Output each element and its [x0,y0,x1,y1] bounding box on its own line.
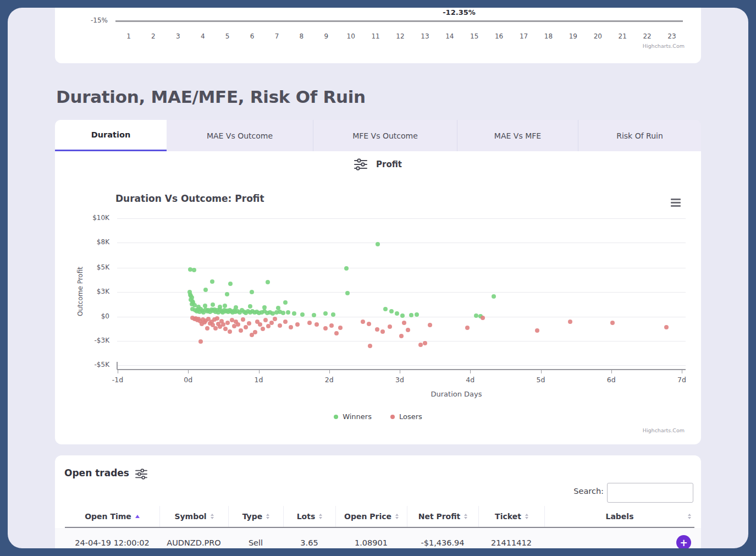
x-axis-tick-label: 23 [664,32,680,40]
column-header-lots[interactable]: Lots [283,506,335,527]
winners-point [281,311,285,315]
x-axis-line [115,20,683,22]
y-axis-tick-label: $3K [76,288,109,295]
table-cell: 24-04-19 12:00:02 [65,528,159,548]
x-axis-tick-label: 17 [516,32,532,40]
sliders-filter-icon[interactable] [354,158,367,170]
tab-mfe-vs-outcome[interactable]: MFE Vs Outcome [313,120,457,151]
x-axis-tick [400,370,400,373]
chart-filter-bar: Profit [55,158,701,170]
column-header-labels[interactable]: Labels [544,506,694,527]
page-title: Duration, MAE/MFE, Risk Of Ruin [56,87,366,107]
highcharts-credit-link[interactable]: Highcharts.Com [630,43,685,49]
x-axis-tick-label: 15 [466,32,483,40]
table-cell: 21411412 [478,528,544,548]
scatter-plot-area [117,214,686,370]
losers-point [388,324,392,329]
search-label: Search: [565,487,604,496]
x-axis-tick-label: 4 [195,32,211,40]
winners-point [409,313,413,317]
losers-point [239,328,243,333]
x-axis-tick [118,370,118,373]
y-axis-tick-label: -$3K [76,337,109,344]
chart-title: Duration Vs Outcome: Profit [115,193,264,204]
x-axis-tick-label: 7 [268,32,285,40]
column-header-label: Lots [297,512,316,521]
sort-up-arrow [395,514,399,516]
losers-point [402,321,406,325]
column-header-open-price[interactable]: Open Price [335,506,407,527]
sort-up-arrow [319,514,322,516]
winners-point [492,294,496,299]
x-axis-tick-label: 1 [120,32,137,40]
sort-up-arrow [266,514,269,516]
x-axis-tick-label: 22 [639,32,655,40]
open-trades-card: Open trades Search: Open TimeSymbolTypeL… [55,455,701,548]
table-row[interactable]: 24-04-19 12:00:02AUDNZD.PROSell3.651.089… [55,528,701,548]
column-header-label: Ticket [495,512,521,521]
x-axis-tick-label: 6d [598,376,625,384]
column-header-ticket[interactable]: Ticket [478,506,544,527]
losers-point [258,322,262,327]
column-header-net-profit[interactable]: Net Profit [407,506,478,527]
x-axis-tick-label: 9 [318,32,334,40]
column-header-symbol[interactable]: Symbol [159,506,228,527]
legend-marker [390,415,395,419]
losers-point [205,326,209,331]
column-header-label: Labels [605,512,633,521]
x-axis-tick-label: 5 [219,32,236,40]
x-axis-tick-label: 6 [244,32,261,40]
losers-point [263,318,268,322]
hamburger-menu-icon[interactable] [670,197,686,212]
losers-point [278,323,282,328]
x-axis-tick-label: 14 [442,32,458,40]
x-axis-tick [470,370,471,373]
winners-point [344,266,349,271]
y-axis-tick-label: -15% [75,16,108,24]
legend-item-losers[interactable]: Losers [390,412,422,421]
table-cell: 3.65 [283,528,335,548]
x-axis-tick-label: 3d [386,376,413,384]
tab-mae-vs-mfe[interactable]: MAE Vs MFE [457,120,578,151]
chart-legend: WinnersLosers [55,412,701,421]
x-axis-tick-label: 20 [589,32,606,40]
search-input[interactable] [607,483,693,503]
x-axis-tick-label: 0d [174,376,202,384]
winners-point [415,312,419,317]
sort-icon [464,514,467,519]
losers-point [399,334,404,338]
table-cell: AUDNZD.PRO [159,528,228,548]
tab-duration[interactable]: Duration [55,120,167,151]
x-axis-tick-label: 19 [565,32,581,40]
sort-up-arrow [211,514,214,516]
losers-point [481,316,485,320]
tab-risk-of-ruin[interactable]: Risk Of Ruin [578,120,701,151]
losers-point [323,326,328,331]
losers-point [380,329,385,334]
x-axis-tick-label: -1d [104,376,131,384]
losers-point [307,321,312,325]
sort-icon [525,514,528,519]
losers-point [338,326,343,330]
losers-point [261,327,265,331]
add-label-button[interactable]: + [676,535,691,548]
x-axis-tick [259,370,260,373]
legend-label: Winners [343,412,372,421]
losers-point [289,325,293,329]
winners-point [345,291,350,295]
sliders-filter-icon[interactable] [135,469,147,482]
winners-point [192,268,196,272]
legend-item-winners[interactable]: Winners [334,412,372,421]
x-axis-tick-label: 21 [614,32,631,40]
highcharts-credit-link[interactable]: Highcharts.Com [630,427,685,433]
column-header-type[interactable]: Type [228,506,283,527]
scatter-chart-card: Profit Duration Vs Outcome: Profit Outco… [55,151,701,444]
column-header-open-time[interactable]: Open Time [65,506,159,527]
column-header-label: Open Time [85,512,131,521]
sort-down-arrow [525,517,528,519]
x-axis-tick-label: 7d [668,376,696,384]
winners-point [283,300,288,305]
tab-mae-vs-outcome[interactable]: MAE Vs Outcome [167,120,313,151]
sort-icon [688,514,691,519]
winners-point [395,311,399,316]
